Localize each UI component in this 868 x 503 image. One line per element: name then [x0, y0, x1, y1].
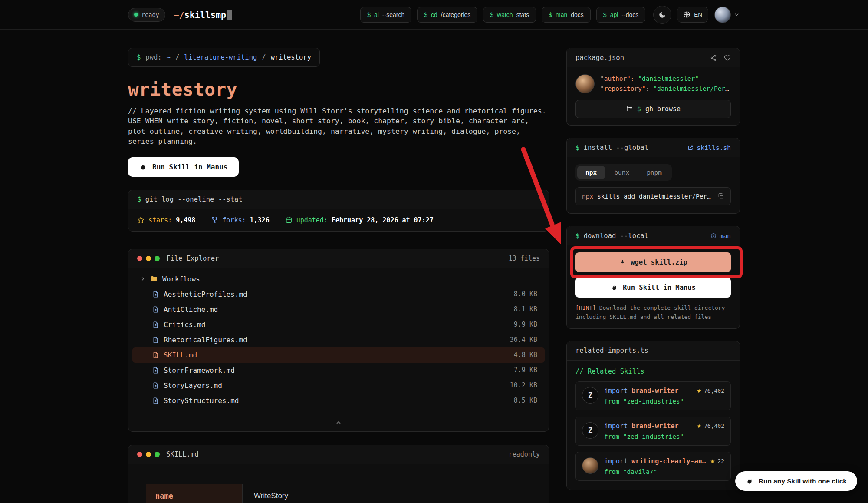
file-icon	[152, 291, 159, 298]
nav-item-stats[interactable]: $watchstats	[483, 7, 536, 23]
related-card-title: related-imports.ts	[575, 347, 648, 354]
run-skill-manus-button[interactable]: Run Skill in Manus	[128, 157, 239, 177]
breadcrumb-pwd: pwd:	[145, 53, 161, 61]
git-card-header: $ git log --oneline --stat	[128, 190, 549, 209]
gh-browse-button[interactable]: $ gh browse	[575, 100, 731, 118]
breadcrumb: $ pwd: ~ / literature-writing / writesto…	[128, 48, 320, 67]
star-count: 76,402	[697, 387, 724, 394]
copy-command-button[interactable]	[717, 193, 724, 200]
heart-icon[interactable]	[724, 54, 731, 61]
nav-item-categories[interactable]: $cd/categories	[417, 7, 477, 23]
download-card-header: $ download --local man	[567, 226, 740, 245]
updated-date: February 28, 2026 at 07:27	[332, 216, 434, 224]
author-avatar	[575, 74, 595, 93]
skill-viewer-card: SKILL.md readonly name WriteStory	[128, 445, 549, 503]
frontmatter-value: WriteStory	[242, 484, 531, 503]
folder-row-workflows[interactable]: Workflows	[128, 271, 549, 287]
install-card-header: $ install --global skills.sh	[567, 138, 740, 157]
language-button[interactable]: EN	[677, 7, 708, 23]
brand-name: skillsmp	[184, 10, 226, 20]
file-row-selected[interactable]: SKILL.md 4.8 KB	[132, 347, 545, 363]
frontmatter-row: name WriteStory	[146, 484, 531, 503]
package-card-title: package.json	[575, 54, 624, 62]
tab-bunx[interactable]: bunx	[606, 166, 638, 179]
readonly-badge: readonly	[509, 450, 540, 458]
fork-icon	[211, 216, 218, 224]
navbar: ready ~/skillsmp $ai--search $cd/categor…	[0, 0, 868, 30]
file-icon	[152, 321, 159, 328]
install-card: $ install --global skills.sh npx bunx pn…	[566, 138, 740, 214]
related-skill-item[interactable]: import writing-clearly-and-conci… 22 fro…	[575, 452, 731, 481]
external-link-icon	[687, 145, 694, 151]
zed-logo-icon: Z	[582, 387, 598, 404]
file-row[interactable]: StorrFramework.md 7.9 KB	[128, 363, 549, 378]
chevron-right-icon	[140, 276, 146, 282]
run-skill-manus-button-secondary[interactable]: Run Skill in Manus	[575, 278, 731, 298]
nav-item-ai-search[interactable]: $ai--search	[360, 7, 411, 23]
frontmatter-key: name	[146, 484, 242, 503]
forks-count: 1,326	[250, 216, 270, 224]
package-manager-tabs: npx bunx pnpm	[575, 164, 672, 181]
user-menu[interactable]	[714, 7, 740, 23]
file-explorer-title: File Explorer	[166, 255, 219, 262]
skill-description: // Layered fiction writing system using …	[128, 106, 548, 147]
language-label: EN	[694, 11, 702, 18]
user-avatar	[714, 7, 731, 23]
author-avatar	[582, 457, 598, 474]
brand-prefix: ~/	[174, 10, 184, 20]
wget-skill-zip-button[interactable]: wget skill.zip	[575, 252, 731, 272]
file-row[interactable]: Critics.md 9.9 KB	[128, 317, 549, 332]
file-row[interactable]: AntiCliche.md 8.1 KB	[128, 302, 549, 317]
nav-links: $ai--search $cd/categories $watchstats $…	[360, 7, 645, 23]
theme-toggle-button[interactable]	[653, 6, 671, 24]
run-any-skill-floating-button[interactable]: Run any Skill with one click	[735, 471, 857, 491]
breadcrumb-category-link[interactable]: literature-writing	[184, 53, 257, 61]
star-icon	[137, 216, 145, 224]
status-label: ready	[141, 11, 159, 18]
star-icon	[697, 388, 702, 394]
breadcrumb-home-link[interactable]: ~	[167, 53, 171, 61]
related-skill-item[interactable]: Z import brand-writer 76,402 from "zed-i	[575, 381, 731, 410]
nav-item-api-docs[interactable]: $api--docs	[596, 7, 645, 23]
stars-stat: stars: 9,498	[137, 216, 195, 224]
git-branch-icon	[626, 106, 633, 113]
git-stats-card: $ git log --oneline --stat stars: 9,498 …	[128, 190, 549, 232]
file-explorer-header: File Explorer 13 files	[128, 249, 549, 268]
window-dots-icon	[137, 452, 160, 457]
file-row[interactable]: StoryStructures.md 8.5 KB	[128, 393, 549, 408]
file-icon	[152, 397, 159, 404]
skills-sh-link[interactable]: skills.sh	[687, 144, 731, 151]
skill-viewer-header: SKILL.md readonly	[128, 445, 549, 464]
man-link[interactable]: man	[710, 232, 731, 239]
calendar-icon	[285, 216, 293, 224]
copy-icon	[717, 193, 724, 200]
package-card-header: package.json	[567, 48, 740, 67]
install-command-box: npx skills add danielmiessler/Perso…	[575, 187, 731, 205]
share-icon[interactable]	[710, 54, 717, 61]
file-row[interactable]: AestheticProfiles.md 8.0 KB	[128, 287, 549, 302]
stars-count: 9,498	[176, 216, 195, 224]
tab-pnpm[interactable]: pnpm	[638, 166, 670, 179]
updated-stat: updated: February 28, 2026 at 07:27	[285, 216, 434, 224]
download-card: $ download --local man wget skill.zip	[566, 226, 740, 328]
star-icon	[710, 459, 715, 464]
file-row[interactable]: StoryLayers.md 10.2 KB	[128, 378, 549, 393]
nav-item-docs[interactable]: $mandocs	[542, 7, 591, 23]
star-icon	[697, 424, 702, 429]
related-card-header: related-imports.ts	[567, 341, 740, 361]
fist-icon	[611, 284, 618, 291]
file-row[interactable]: RhetoricalFigures.md 36.4 KB	[128, 332, 549, 347]
file-explorer-card: File Explorer 13 files Workflows Aesthet…	[128, 249, 549, 432]
star-count: 22	[710, 458, 724, 464]
info-icon	[710, 233, 717, 239]
brand-home-link[interactable]: ~/skillsmp	[174, 10, 232, 20]
moon-icon	[658, 11, 666, 19]
page-title: writestory	[128, 79, 549, 100]
package-json-card: package.json "author": "danielmiessler" …	[566, 48, 740, 126]
chevron-up-icon	[335, 419, 342, 426]
package-json-snippet: "author": "danielmiessler" "repository":…	[600, 74, 730, 94]
file-count: 13 files	[509, 255, 540, 262]
collapse-explorer-button[interactable]	[128, 414, 549, 431]
tab-npx[interactable]: npx	[577, 166, 605, 179]
related-skill-item[interactable]: Z import brand-writer 76,402 from "zed-i	[575, 417, 731, 446]
